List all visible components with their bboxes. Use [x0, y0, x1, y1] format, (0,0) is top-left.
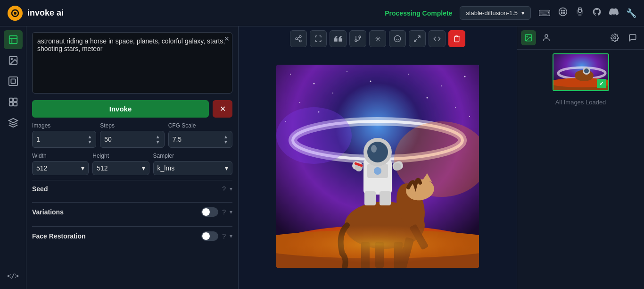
sidebar-item-image-to-image[interactable] [4, 51, 23, 70]
quote-button[interactable] [330, 30, 347, 47]
asterisk-button[interactable]: ✳ [369, 30, 386, 47]
tab-settings[interactable] [607, 30, 622, 45]
seed-help-icon[interactable]: ? [222, 185, 226, 193]
svg-point-84 [584, 68, 589, 73]
steps-param: Steps 50 ▲▼ [100, 122, 164, 148]
prompt-input[interactable]: astronaut riding a horse in space, plane… [32, 32, 232, 94]
sampler-select[interactable]: k_lms ▾ [153, 161, 232, 175]
model-selector[interactable]: stable-diffusion-1.5 ▾ [460, 6, 531, 20]
svg-point-75 [527, 36, 528, 37]
sampler-value: k_lms [157, 164, 175, 172]
face-restoration-section[interactable]: Face Restoration ? ▾ [32, 226, 232, 246]
variations-toggle[interactable] [201, 207, 218, 217]
images-spinner[interactable]: 1 ▲▼ [32, 131, 96, 148]
cancel-button[interactable]: ✕ [213, 100, 232, 118]
seed-label: Seed [32, 185, 48, 193]
palette-icon[interactable] [558, 7, 568, 19]
svg-point-32 [347, 71, 347, 72]
svg-line-20 [297, 37, 300, 38]
app-title: invoke ai [27, 8, 64, 18]
svg-point-5 [561, 12, 562, 14]
svg-point-3 [561, 10, 562, 11]
delete-button[interactable] [448, 30, 465, 47]
svg-point-31 [314, 83, 315, 85]
wrench-icon[interactable]: 🔧 [626, 8, 636, 18]
prompt-clear-button[interactable]: ✕ [224, 35, 230, 42]
cfg-arrows[interactable]: ▲▼ [223, 134, 228, 144]
svg-rect-12 [9, 98, 12, 102]
image-container [269, 51, 487, 289]
fullscreen-button[interactable] [409, 30, 426, 47]
svg-point-22 [359, 36, 361, 38]
svg-point-33 [370, 81, 372, 82]
share-button[interactable] [290, 30, 307, 47]
svg-point-69 [394, 163, 401, 170]
height-select[interactable]: 512 ▾ [92, 161, 149, 175]
steps-value: 50 [104, 136, 112, 143]
tab-gallery[interactable] [521, 30, 536, 45]
sampler-label: Sampler [153, 153, 232, 159]
images-param: Images 1 ▲▼ [32, 122, 96, 148]
seed-controls: ? ▾ [222, 185, 232, 193]
svg-point-36 [464, 76, 466, 77]
face-restoration-toggle[interactable] [201, 231, 218, 241]
steps-spinner[interactable]: 50 ▲▼ [100, 131, 164, 148]
prompt-area: astronaut riding a horse in space, plane… [32, 32, 232, 95]
svg-point-9 [11, 58, 12, 60]
sidebar-item-models[interactable] [4, 113, 23, 132]
svg-point-4 [563, 10, 565, 11]
face-restoration-controls: ? ▾ [201, 231, 232, 241]
gallery-thumbnail[interactable]: ✓ [553, 53, 609, 91]
variations-help-icon[interactable]: ? [222, 208, 226, 216]
discord-icon[interactable] [609, 7, 619, 19]
sidebar-item-unified-canvas[interactable] [4, 72, 23, 91]
branch-button[interactable] [349, 30, 366, 47]
thumb-selected-indicator: ✓ [597, 79, 606, 88]
code-view-button[interactable] [429, 30, 446, 47]
model-name: stable-diffusion-1.5 [466, 9, 518, 17]
width-select[interactable]: 512 ▾ [32, 161, 89, 175]
center-area: ✳ [239, 26, 517, 289]
sidebar-item-merge[interactable] [4, 93, 23, 111]
images-arrows[interactable]: ▲▼ [87, 134, 92, 144]
variations-section[interactable]: Variations ? ▾ [32, 202, 232, 221]
width-value: 512 [36, 164, 47, 172]
invoke-button[interactable]: Invoke [32, 100, 209, 118]
height-chevron-icon: ▾ [142, 164, 145, 172]
steps-arrows[interactable]: ▲▼ [156, 134, 160, 144]
svg-point-47 [276, 107, 352, 164]
svg-point-6 [563, 12, 565, 14]
sidebar-item-code[interactable]: </> [4, 266, 23, 285]
header: invoke ai Processing Complete stable-dif… [0, 0, 644, 26]
tab-pin[interactable] [625, 30, 640, 45]
emoji-button[interactable] [389, 30, 406, 47]
svg-point-43 [469, 116, 470, 117]
sidebar-item-text-to-image[interactable] [4, 30, 23, 49]
github-icon[interactable] [592, 7, 602, 19]
cfg-spinner[interactable]: 7.5 ▲▼ [168, 131, 232, 148]
svg-point-2 [559, 8, 567, 16]
svg-line-19 [297, 39, 300, 41]
seed-section[interactable]: Seed ? ▾ [32, 180, 232, 197]
images-value: 1 [36, 136, 40, 143]
svg-rect-11 [11, 79, 15, 83]
image-toolbar: ✳ [239, 26, 517, 51]
svg-line-27 [418, 36, 420, 38]
height-param: Height 512 ▾ [92, 153, 149, 175]
width-param: Width 512 ▾ [32, 153, 89, 175]
header-icons: ⌨ 🔧 [538, 7, 636, 19]
expand-button[interactable] [310, 30, 327, 47]
face-restoration-help-icon[interactable]: ? [222, 232, 226, 240]
svg-point-37 [299, 102, 300, 103]
logo-area: invoke ai [8, 6, 64, 21]
tab-user[interactable] [539, 30, 554, 45]
cfg-value: 7.5 [173, 136, 182, 143]
sampler-param: Sampler k_lms ▾ [153, 153, 232, 175]
keyboard-icon[interactable]: ⌨ [538, 8, 551, 18]
cfg-label: CFG Scale [168, 122, 232, 129]
bug-icon[interactable] [575, 7, 585, 19]
svg-point-76 [545, 34, 548, 37]
svg-point-40 [455, 107, 456, 108]
face-restoration-toggle-knob [202, 232, 210, 240]
icon-sidebar: </> [0, 26, 26, 289]
